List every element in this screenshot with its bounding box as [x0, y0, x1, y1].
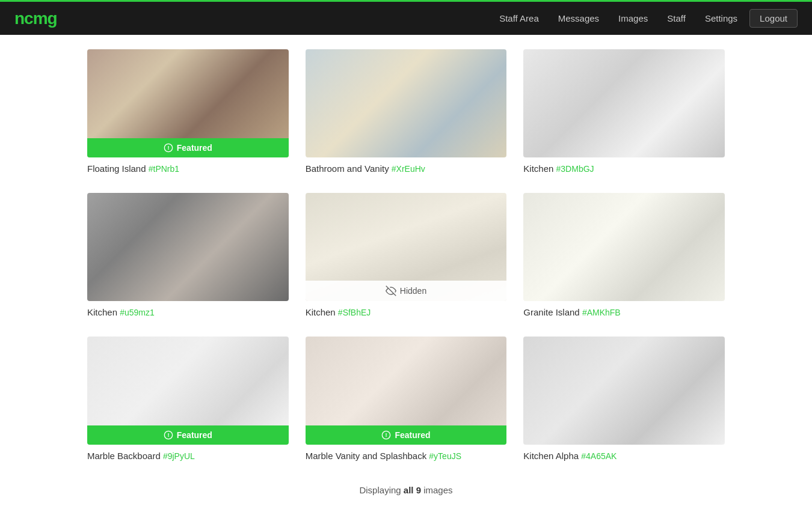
svg-text:!: !	[167, 145, 169, 151]
image-card-3[interactable]: Kitchen #3DMbGJ	[523, 49, 725, 174]
image-card-8[interactable]: !FeaturedMarble Vanity and Splashback #y…	[306, 337, 507, 461]
badge-label: Hidden	[400, 286, 426, 296]
nav-link-settings[interactable]: Settings	[698, 10, 745, 27]
image-title-text-5: Kitchen	[306, 307, 338, 317]
image-title-text-2: Bathroom and Vanity	[306, 163, 392, 174]
image-card-7[interactable]: !FeaturedMarble Backboard #9jPyUL	[87, 337, 289, 461]
image-title-row-3: Kitchen #3DMbGJ	[523, 163, 725, 174]
image-title-row-9: Kitchen Alpha #4A65AK	[523, 451, 725, 461]
image-title-text-7: Marble Backboard	[87, 451, 163, 461]
footer-count: all 9	[404, 485, 421, 495]
hidden-icon	[386, 285, 396, 296]
image-grid: !FeaturedFloating Island #tPNrb1Bathroom…	[87, 49, 725, 461]
image-title-text-9: Kitchen Alpha	[523, 451, 581, 461]
image-code-9: #4A65AK	[581, 451, 617, 461]
star-icon: !	[164, 430, 173, 440]
image-thumb-3	[523, 49, 725, 157]
image-card-1[interactable]: !FeaturedFloating Island #tPNrb1	[87, 49, 289, 174]
image-thumb-7: !Featured	[87, 337, 289, 445]
image-thumb-1: !Featured	[87, 49, 289, 157]
site-logo[interactable]: ncmg	[14, 9, 57, 28]
badge-label: Featured	[177, 430, 212, 440]
image-card-5[interactable]: HiddenKitchen #SfBhEJ	[306, 193, 507, 317]
nav-link-staff[interactable]: Staff	[660, 10, 693, 27]
badge-label: Featured	[395, 430, 430, 440]
star-icon: !	[164, 143, 173, 153]
featured-badge-7: !Featured	[87, 425, 289, 445]
image-card-4[interactable]: Kitchen #u59mz1	[87, 193, 289, 317]
image-title-row-2: Bathroom and Vanity #XrEuHv	[306, 163, 507, 174]
featured-badge-8: !Featured	[306, 425, 507, 445]
image-card-2[interactable]: Bathroom and Vanity #XrEuHv	[306, 49, 507, 174]
image-title-text-8: Marble Vanity and Splashback	[306, 451, 429, 461]
image-code-3: #3DMbGJ	[556, 164, 594, 174]
image-title-text-1: Floating Island	[87, 163, 149, 174]
image-code-6: #AMKhFB	[582, 308, 621, 317]
main-content: !FeaturedFloating Island #tPNrb1Bathroom…	[75, 35, 737, 519]
footer-prefix: Displaying	[359, 485, 403, 495]
image-code-5: #SfBhEJ	[338, 308, 371, 317]
svg-rect-8	[523, 193, 725, 301]
footer-display-text: Displaying all 9 images	[87, 485, 725, 495]
image-thumb-9	[523, 337, 725, 445]
image-code-2: #XrEuHv	[392, 164, 425, 174]
image-title-row-1: Floating Island #tPNrb1	[87, 163, 289, 174]
footer-suffix: images	[421, 485, 453, 495]
hidden-badge-5: Hidden	[306, 281, 507, 301]
logout-button[interactable]: Logout	[749, 9, 798, 28]
image-thumb-2	[306, 49, 507, 157]
image-thumb-4	[87, 193, 289, 301]
featured-badge-1: !Featured	[87, 138, 289, 157]
image-card-6[interactable]: Granite Island #AMKhFB	[523, 193, 725, 317]
image-title-text-6: Granite Island	[523, 307, 582, 317]
image-code-4: #u59mz1	[120, 308, 155, 317]
image-title-text-3: Kitchen	[523, 163, 556, 174]
svg-text:!: !	[167, 432, 169, 438]
image-thumb-6	[523, 193, 725, 301]
image-card-9[interactable]: Kitchen Alpha #4A65AK	[523, 337, 725, 461]
image-title-text-4: Kitchen	[87, 307, 120, 317]
nav-link-images[interactable]: Images	[611, 10, 655, 27]
image-thumb-8: !Featured	[306, 337, 507, 445]
navbar: ncmg Staff AreaMessagesImagesStaffSettin…	[0, 0, 812, 35]
image-title-row-8: Marble Vanity and Splashback #yTeuJS	[306, 451, 507, 461]
nav-link-staff-area[interactable]: Staff Area	[492, 10, 546, 27]
star-icon: !	[381, 430, 391, 440]
image-title-row-5: Kitchen #SfBhEJ	[306, 307, 507, 317]
svg-rect-3	[306, 49, 507, 157]
image-code-1: #tPNrb1	[149, 164, 179, 174]
image-code-8: #yTeuJS	[429, 451, 461, 461]
image-thumb-5: Hidden	[306, 193, 507, 301]
image-title-row-7: Marble Backboard #9jPyUL	[87, 451, 289, 461]
svg-text:!: !	[386, 432, 387, 438]
image-title-row-6: Granite Island #AMKhFB	[523, 307, 725, 317]
image-title-row-4: Kitchen #u59mz1	[87, 307, 289, 317]
badge-label: Featured	[177, 143, 212, 153]
nav-links: Staff AreaMessagesImagesStaffSettingsLog…	[492, 9, 798, 28]
image-code-7: #9jPyUL	[163, 451, 195, 461]
svg-rect-15	[523, 337, 725, 445]
nav-link-messages[interactable]: Messages	[551, 10, 606, 27]
svg-rect-4	[523, 49, 725, 157]
svg-rect-5	[87, 193, 289, 301]
